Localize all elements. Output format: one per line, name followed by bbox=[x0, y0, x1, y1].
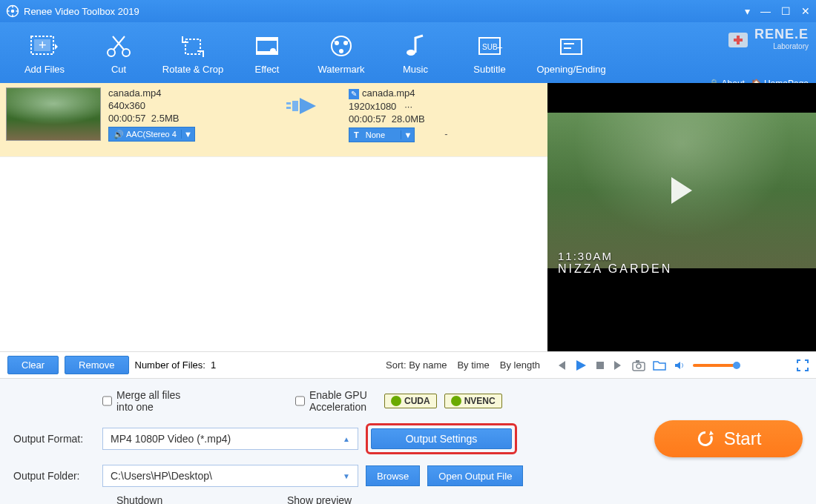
svg-point-15 bbox=[339, 49, 343, 53]
tool-effect[interactable]: Effect bbox=[230, 22, 304, 83]
stop-icon[interactable] bbox=[595, 360, 605, 371]
refresh-icon bbox=[696, 429, 715, 448]
brand-logo-icon bbox=[725, 27, 751, 52]
svg-rect-9 bbox=[257, 38, 277, 41]
src-duration-size: 00:00:57 2.5MB bbox=[108, 113, 264, 124]
file-row[interactable]: canada.mp4 640x360 00:00:57 2.5MB 🔊AAC(S… bbox=[0, 83, 547, 157]
svg-text:SUB: SUB bbox=[482, 43, 498, 51]
sort-by-length[interactable]: By length bbox=[500, 359, 540, 371]
sort-by-time[interactable]: By time bbox=[457, 359, 489, 371]
opening-ending-icon bbox=[556, 31, 586, 61]
tool-rotate-crop[interactable]: Rotate & Crop bbox=[156, 22, 230, 83]
maximize-icon[interactable]: ☐ bbox=[781, 5, 791, 17]
tool-subtitle[interactable]: SUBT Subtitle bbox=[453, 22, 527, 83]
svg-point-13 bbox=[335, 41, 339, 45]
subtitle-icon: SUBT bbox=[475, 31, 504, 61]
src-resolution: 640x360 bbox=[108, 100, 264, 111]
next-icon[interactable] bbox=[613, 359, 625, 371]
svg-point-14 bbox=[343, 41, 348, 45]
dst-filename: ✎canada.mp4 bbox=[349, 87, 504, 99]
svg-point-6 bbox=[122, 49, 130, 56]
output-format-label: Output Format: bbox=[13, 433, 95, 445]
preview-panel: 11:30AM NIZZA GARDEN bbox=[547, 83, 816, 351]
svg-point-11 bbox=[270, 48, 276, 54]
speaker-icon: 🔊 bbox=[113, 130, 124, 139]
src-filename: canada.mp4 bbox=[108, 87, 264, 99]
volume-slider[interactable] bbox=[693, 364, 737, 367]
nvidia-icon bbox=[451, 396, 461, 406]
merge-checkbox[interactable]: Merge all files into one bbox=[102, 389, 184, 413]
svg-rect-30 bbox=[636, 360, 639, 362]
effect-icon bbox=[252, 31, 282, 61]
text-icon: T bbox=[354, 130, 359, 139]
svg-rect-27 bbox=[596, 362, 604, 369]
brand-area: RENE.E Laboratory 🔒About 🏠HomePage bbox=[708, 27, 809, 89]
cut-icon bbox=[104, 31, 134, 61]
output-folder-label: Output Folder: bbox=[13, 470, 95, 482]
audio-dropdown[interactable]: 🔊AAC(Stereo 4▼ bbox=[108, 127, 195, 142]
file-list: canada.mp4 640x360 00:00:57 2.5MB 🔊AAC(S… bbox=[0, 83, 547, 351]
dst-duration-size: 00:00:57 28.0MB bbox=[349, 113, 504, 125]
main-toolbar: + Add Files Cut Rotate & Crop Effect Wat… bbox=[0, 22, 816, 83]
tool-add-files[interactable]: + Add Files bbox=[7, 22, 82, 83]
tool-watermark[interactable]: Watermark bbox=[304, 22, 378, 83]
gpu-checkbox[interactable]: Enable GPU Acceleration bbox=[295, 389, 377, 413]
svg-rect-24 bbox=[286, 102, 291, 105]
folder-icon[interactable] bbox=[653, 359, 666, 371]
arrow-icon bbox=[286, 95, 326, 117]
dst-resolution: 1920x1080 ··· bbox=[349, 101, 504, 112]
svg-rect-20 bbox=[561, 39, 582, 54]
browse-button[interactable]: Browse bbox=[366, 465, 420, 486]
file-count: Number of Files: 1 bbox=[135, 359, 217, 371]
svg-point-1 bbox=[11, 10, 15, 13]
title-bar: Renee Video Toolbox 2019 ▾ — ☐ ✕ bbox=[0, 0, 816, 22]
prev-icon[interactable] bbox=[555, 359, 567, 371]
output-settings-button[interactable]: Output Settings bbox=[371, 428, 512, 449]
app-logo-icon bbox=[6, 4, 19, 18]
svg-point-16 bbox=[407, 50, 415, 56]
play-icon[interactable] bbox=[574, 359, 588, 372]
svg-text:+: + bbox=[39, 38, 47, 53]
output-settings-highlight: Output Settings bbox=[366, 423, 517, 454]
start-button[interactable]: Start bbox=[654, 420, 803, 457]
watermark-icon bbox=[326, 31, 356, 61]
player-controls bbox=[547, 351, 816, 378]
svg-text:T: T bbox=[497, 46, 503, 56]
tool-opening-ending[interactable]: Opening/Ending bbox=[527, 22, 616, 83]
open-output-button[interactable]: Open Output File bbox=[427, 465, 523, 486]
shutdown-checkbox[interactable]: Shutdown after conversion bbox=[102, 494, 184, 504]
nvenc-badge: NVENC bbox=[444, 394, 502, 408]
dropdown-icon[interactable]: ▾ bbox=[745, 5, 750, 17]
tool-music[interactable]: Music bbox=[378, 22, 453, 83]
chevron-down-icon: ▼ bbox=[343, 472, 350, 480]
dash-placeholder: - bbox=[444, 128, 447, 139]
show-preview-checkbox[interactable]: Show preview when converting bbox=[273, 494, 355, 504]
chevron-up-icon: ▲ bbox=[343, 435, 350, 443]
options-panel: Merge all files into one Enable GPU Acce… bbox=[0, 378, 816, 504]
add-files-icon: + bbox=[28, 31, 61, 61]
fullscreen-icon[interactable] bbox=[797, 359, 809, 371]
svg-point-29 bbox=[636, 364, 641, 368]
minimize-icon[interactable]: — bbox=[760, 5, 771, 17]
svg-rect-25 bbox=[286, 107, 291, 109]
file-thumbnail bbox=[6, 87, 101, 141]
sort-label: Sort: By name bbox=[386, 359, 447, 371]
svg-rect-26 bbox=[292, 101, 298, 111]
remove-button[interactable]: Remove bbox=[65, 356, 128, 374]
clear-button[interactable]: Clear bbox=[7, 356, 59, 374]
list-footer: Clear Remove Number of Files: 1 Sort: By… bbox=[0, 351, 547, 378]
music-icon bbox=[401, 31, 430, 61]
subtitle-dropdown[interactable]: T None ▼ bbox=[349, 127, 415, 142]
output-format-select[interactable]: MP4 1080P Video (*.mp4)▲ bbox=[102, 428, 358, 450]
app-title: Renee Video Toolbox 2019 bbox=[24, 6, 139, 17]
nvidia-icon bbox=[391, 396, 401, 406]
preview-video[interactable] bbox=[547, 113, 816, 268]
rotate-crop-icon bbox=[178, 31, 208, 61]
close-icon[interactable]: ✕ bbox=[801, 5, 810, 17]
cuda-badge: CUDA bbox=[384, 394, 437, 408]
output-folder-select[interactable]: C:\Users\HP\Desktop\▼ bbox=[102, 465, 358, 487]
camera-icon[interactable] bbox=[632, 359, 645, 371]
volume-icon[interactable] bbox=[674, 359, 685, 371]
preview-caption: 11:30AM NIZZA GARDEN bbox=[558, 250, 672, 276]
tool-cut[interactable]: Cut bbox=[82, 22, 156, 83]
